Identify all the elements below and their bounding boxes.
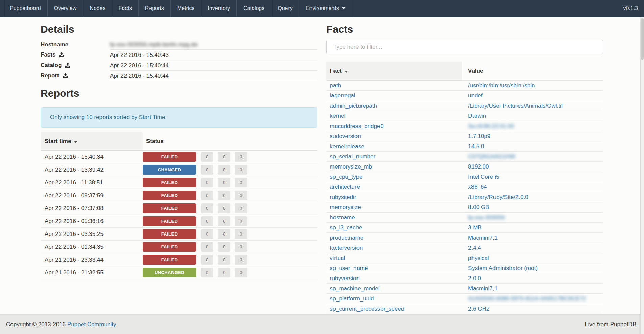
nav-item-facts[interactable]: Facts: [112, 0, 139, 17]
fact-row: sp_machine_model Macmini7,1: [326, 284, 603, 294]
status-badge: FAILED: [143, 203, 196, 213]
puppet-community-link[interactable]: Puppet Community: [67, 321, 116, 328]
start-time-sort-header[interactable]: Start time: [41, 132, 143, 151]
fact-value-link[interactable]: physical: [468, 255, 489, 261]
count-badge: 0: [218, 191, 230, 200]
nav-item-inventory[interactable]: Inventory: [201, 0, 237, 17]
footer: Copyright © 2013-2016Puppet Community. L…: [0, 314, 644, 334]
live-from-puppetdb-text: Live from PuppetDB.: [585, 321, 638, 328]
fact-value-link-blurred[interactable]: 41A00040-6086-5970-811A-0A6517BC9CE72: [468, 295, 586, 302]
count-badge: 0: [218, 178, 230, 187]
fact-value-link[interactable]: 8192.00: [468, 163, 489, 170]
fact-name-link[interactable]: memorysize: [330, 204, 361, 210]
fact-value-link[interactable]: 8.00 GB: [468, 204, 489, 210]
fact-value-link-blurred[interactable]: 3a:c9:86:22:01:00: [468, 123, 514, 129]
fact-name-link[interactable]: hostname: [330, 214, 355, 221]
count-badge: 0: [201, 191, 213, 200]
fact-value-link[interactable]: /Library/User Pictures/Animals/Owl.tif: [468, 103, 563, 109]
fact-row: sp_current_processor_speed 2.6 GHz: [326, 304, 603, 314]
reports-heading: Reports: [41, 88, 317, 99]
reports-header-row: Start time Status: [41, 132, 317, 151]
nav-item-label: Facts: [119, 5, 132, 12]
node-details-column: Details Hostname fp-osx-003056.mpib-berl…: [41, 17, 317, 279]
fact-name-link[interactable]: sp_platform_uuid: [330, 295, 374, 302]
fact-sort-header[interactable]: Fact: [326, 62, 462, 81]
vertical-scrollbar-thumb[interactable]: [641, 18, 644, 60]
fact-value-link[interactable]: 2.6 GHz: [468, 306, 489, 312]
count-badge: 0: [201, 255, 213, 265]
fact-name-link[interactable]: kernelrelease: [330, 143, 364, 150]
report-timestamp: Apr 22 2016 - 15:40:44: [110, 73, 169, 79]
nav-brand[interactable]: Puppetboard: [3, 0, 48, 17]
vertical-scrollbar-track[interactable]: [640, 17, 644, 334]
report-start-time: Apr 22 2016 - 11:38:51: [41, 176, 143, 189]
fact-value-link-blurred[interactable]: fp-osx-003056: [468, 214, 505, 221]
fact-name-link[interactable]: productname: [330, 235, 363, 241]
fact-name-link[interactable]: admin_picturepath: [330, 103, 377, 109]
fact-value-link[interactable]: Darwin: [468, 113, 486, 119]
nav-item-reports[interactable]: Reports: [139, 0, 171, 17]
fact-name-link[interactable]: path: [330, 82, 341, 89]
fact-name-link[interactable]: memorysize_mb: [330, 163, 372, 170]
fact-name-link[interactable]: rubyversion: [330, 275, 360, 282]
fact-name-link[interactable]: sudoversion: [330, 133, 361, 139]
nav-item-overview[interactable]: Overview: [48, 0, 84, 17]
fact-value-link[interactable]: /Library/Ruby/Site/2.0.0: [468, 194, 528, 200]
upload-icon: [59, 52, 64, 59]
fact-row: kernel Darwin: [326, 111, 603, 121]
nav-item-label: Query: [278, 5, 293, 12]
copyright-text: Copyright © 2013-2016Puppet Community.: [6, 321, 117, 328]
fact-row: rubysitedir /Library/Ruby/Site/2.0.0: [326, 192, 603, 202]
nav-item-nodes[interactable]: Nodes: [83, 0, 112, 17]
fact-name-link[interactable]: sp_serial_number: [330, 153, 375, 160]
report-row: Apr 22 2016 - 05:36:16 FAILED 0 0 0: [41, 215, 317, 228]
fact-value-link[interactable]: /usr/bin:/bin:/usr/sbin:/sbin: [468, 82, 535, 89]
count-badge: 0: [235, 268, 247, 277]
fact-value-link[interactable]: 3 MB: [468, 224, 482, 231]
fact-name-link[interactable]: facterversion: [330, 245, 363, 251]
hostname-label: Hostname: [41, 41, 68, 48]
status-badge: FAILED: [143, 178, 196, 187]
nav-item-catalogs[interactable]: Catalogs: [237, 0, 271, 17]
facts-filter-input[interactable]: [326, 40, 603, 54]
fact-value-link[interactable]: Macmini7,1: [468, 285, 498, 292]
fact-name-link[interactable]: sp_current_processor_speed: [330, 306, 404, 312]
fact-name-link[interactable]: architecture: [330, 184, 360, 190]
nav-item-environments-dropdown[interactable]: Environments: [299, 0, 352, 17]
fact-name-link[interactable]: sp_machine_model: [330, 285, 380, 292]
fact-name-link[interactable]: sp_cpu_type: [330, 174, 362, 180]
report-label: Report: [41, 72, 59, 79]
fact-name-link[interactable]: virtual: [330, 255, 345, 261]
nav-item-query[interactable]: Query: [271, 0, 299, 17]
fact-value-link[interactable]: 14.5.0: [468, 143, 484, 150]
nav-item-metrics[interactable]: Metrics: [171, 0, 202, 17]
caret-down-icon: [345, 71, 348, 73]
fact-value-link[interactable]: System Administrator (root): [468, 265, 538, 271]
fact-name-link[interactable]: sp_user_name: [330, 265, 368, 271]
hostname-value-blurred: fp-osx-003056.mpib-berlin.mpg.de: [110, 41, 198, 48]
count-badge: 0: [235, 178, 247, 187]
fact-name-link[interactable]: kernel: [330, 113, 345, 119]
fact-row: memorysize_mb 8192.00: [326, 162, 603, 172]
fact-name-link[interactable]: rubysitedir: [330, 194, 356, 200]
fact-value-link[interactable]: x86_64: [468, 184, 487, 190]
fact-value-link[interactable]: Intel Core i5: [468, 174, 499, 180]
fact-value-link[interactable]: undef: [468, 92, 483, 99]
fact-value-link[interactable]: Macmini7,1: [468, 235, 498, 241]
fact-value-link[interactable]: 1.7.10p9: [468, 133, 490, 139]
fact-row: path /usr/bin:/bin:/usr/sbin:/sbin: [326, 81, 603, 91]
fact-row: virtual physical: [326, 253, 603, 263]
fact-value-link[interactable]: 2.4.4: [468, 245, 481, 251]
fact-value-link[interactable]: 2.0.0: [468, 275, 481, 282]
fact-row: sp_cpu_type Intel Core i5: [326, 172, 603, 182]
count-badge: 0: [218, 255, 230, 265]
page: Puppetboard Overview Nodes Facts Reports…: [0, 0, 644, 334]
fact-name-link[interactable]: macaddress_bridge0: [330, 123, 384, 129]
count-badge: 0: [201, 229, 213, 239]
count-badge: 0: [218, 152, 230, 162]
fact-name-link[interactable]: lagerregal: [330, 92, 355, 99]
count-badge: 0: [201, 268, 213, 277]
fact-value-link-blurred[interactable]: C07QN1AAG1HW: [468, 153, 515, 160]
fact-name-link[interactable]: sp_l3_cache: [330, 224, 362, 231]
catalog-label: Catalog: [41, 62, 62, 68]
